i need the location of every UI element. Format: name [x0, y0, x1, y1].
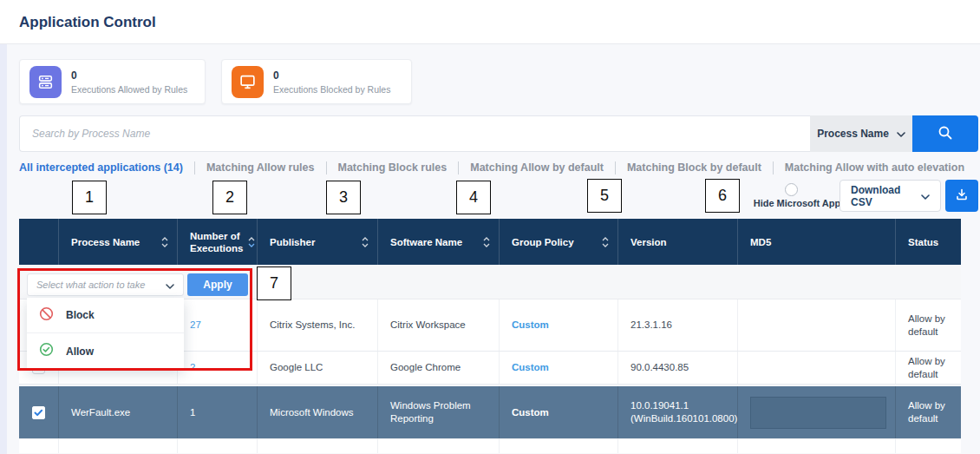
tab-matching-block-by-default[interactable]: Matching Block by default — [616, 161, 774, 174]
version-cell: 90.0.4430.85 — [618, 352, 738, 384]
menu-item-label: Allow — [66, 345, 94, 358]
allow-icon — [39, 342, 54, 360]
annotation-box-3: 3 — [326, 181, 361, 214]
chevron-down-icon — [897, 128, 905, 140]
sort-icon-desc[interactable] — [248, 237, 255, 247]
annotation-box-2: 2 — [212, 181, 247, 214]
search-input[interactable] — [19, 115, 810, 152]
chevron-down-icon — [921, 190, 930, 202]
table-row — [19, 439, 961, 453]
tab-matching-allow-auto-elevation[interactable]: Matching Allow with auto elevation — [774, 161, 976, 174]
software-name-cell: Windows Problem Reporting — [378, 386, 500, 438]
search-button[interactable] — [912, 115, 978, 152]
software-name-cell: Citrix Workspace — [378, 299, 500, 351]
header-checkbox-column — [19, 219, 59, 265]
header-group-policy[interactable]: Group Policy — [500, 219, 618, 265]
software-name-cell: Google Chrome — [378, 352, 500, 384]
tab-matching-allow-by-default[interactable]: Matching Allow by default — [459, 161, 616, 174]
allowed-label: Executions Allowed by Rules — [71, 84, 187, 95]
row-checkbox-checked[interactable] — [32, 406, 45, 419]
search-bar: Process Name — [19, 115, 978, 152]
status-cell: Allow by default — [896, 352, 961, 384]
publisher-cell: Citrix Systems, Inc. — [258, 299, 378, 351]
md5-cell — [738, 352, 896, 384]
stat-card-executions-allowed: 0 Executions Allowed by Rules — [19, 59, 206, 104]
publisher-cell: Google LLC — [258, 352, 378, 384]
filter-tabs: All intercepted applications (14) Matchi… — [19, 161, 976, 174]
action-select-dropdown[interactable]: Select what action to take — [27, 273, 184, 296]
search-icon — [938, 125, 953, 143]
page-edge-strip — [0, 44, 7, 454]
action-menu: Block Allow — [27, 298, 184, 369]
header-md5: MD5 — [738, 219, 896, 265]
header-publisher[interactable]: Publisher — [258, 219, 378, 265]
search-filter-label: Process Name — [817, 128, 889, 140]
stat-card-executions-blocked: 0 Executions Blocked by Rules — [221, 59, 412, 104]
sort-icon[interactable] — [602, 237, 609, 247]
tab-matching-block-rules[interactable]: Matching Block rules — [327, 161, 460, 174]
group-policy-link[interactable]: Custom — [512, 361, 549, 374]
tab-all-intercepted-applications[interactable]: All intercepted applications (14) — [19, 161, 195, 174]
md5-cell — [738, 386, 896, 438]
application-control-page: Application Control 0 Executions Allowed… — [0, 0, 980, 454]
sort-icon[interactable] — [362, 237, 369, 247]
allowed-count: 0 — [71, 69, 187, 82]
chevron-down-icon — [166, 277, 174, 293]
blocked-count: 0 — [273, 69, 390, 82]
publisher-cell: Microsoft Windows — [258, 386, 378, 438]
download-csv-label: Download CSV — [851, 184, 921, 208]
group-policy-link[interactable]: Custom — [512, 319, 549, 332]
header-process-name[interactable]: Process Name — [59, 219, 178, 265]
block-icon — [39, 306, 54, 325]
table-row-selected[interactable]: WerFault.exe 1 Microsoft Windows Windows… — [19, 385, 961, 439]
header-version: Version — [618, 219, 738, 265]
server-icon — [29, 66, 62, 98]
status-cell: Allow by default — [896, 386, 961, 438]
version-cell: 21.3.1.16 — [618, 299, 738, 351]
annotation-box-4: 4 — [456, 181, 491, 214]
header-number-of-executions[interactable]: Number of Executions — [178, 219, 258, 265]
sort-icon[interactable] — [483, 237, 490, 247]
md5-cell — [738, 299, 896, 351]
blocked-label: Executions Blocked by Rules — [273, 84, 390, 95]
version-cell: 10.0.19041.1 (WinBuild.160101.0800) — [618, 386, 738, 438]
menu-item-block[interactable]: Block — [27, 298, 184, 333]
menu-item-allow[interactable]: Allow — [27, 333, 184, 369]
annotation-box-7: 7 — [257, 266, 291, 300]
group-policy-link[interactable]: Custom — [512, 406, 549, 419]
process-name-cell: WerFault.exe — [59, 386, 178, 438]
download-button[interactable] — [945, 180, 978, 212]
md5-redaction — [750, 397, 886, 429]
hide-microsoft-apps-radio[interactable] — [785, 183, 798, 196]
monitor-icon — [232, 66, 264, 98]
sort-icon[interactable] — [161, 237, 168, 247]
executions-cell: 1 — [178, 386, 258, 438]
tab-matching-allow-rules[interactable]: Matching Allow rules — [195, 161, 327, 174]
status-cell: Allow by default — [896, 299, 961, 351]
annotation-box-1: 1 — [72, 181, 107, 214]
md5-redaction — [750, 311, 886, 340]
header-software-name[interactable]: Software Name — [378, 219, 500, 265]
annotation-box-6: 6 — [705, 179, 740, 213]
executions-link[interactable]: 2 — [190, 361, 195, 374]
apply-button[interactable]: Apply — [187, 273, 248, 296]
download-csv-dropdown[interactable]: Download CSV — [840, 180, 941, 212]
header-status: Status — [896, 219, 961, 265]
search-filter-dropdown[interactable]: Process Name — [810, 115, 912, 152]
download-icon — [955, 188, 969, 204]
executions-link[interactable]: 27 — [190, 319, 201, 332]
action-select-placeholder: Select what action to take — [36, 280, 145, 290]
page-title: Application Control — [19, 14, 156, 31]
table-header-row: Process Name Number of Executions Publis… — [19, 219, 961, 265]
menu-item-label: Block — [66, 309, 95, 321]
hide-microsoft-apps-label: Hide Microsoft Apps — [748, 198, 852, 208]
annotation-box-5: 5 — [587, 179, 622, 213]
